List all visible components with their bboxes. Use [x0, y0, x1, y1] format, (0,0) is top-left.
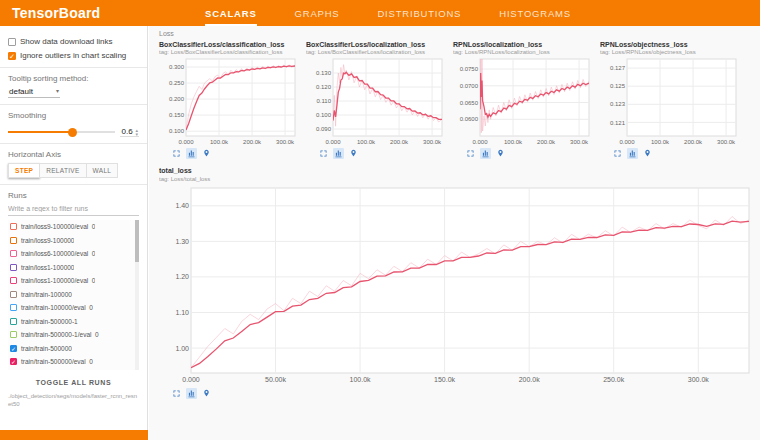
checkbox-checked-icon[interactable] — [8, 52, 16, 60]
settings-sidebar: Show data download links Ignore outliers… — [0, 26, 148, 430]
ignore-outliers-checkbox[interactable]: Ignore outliers in chart scaling — [8, 51, 139, 61]
run-row[interactable]: ✓ train/train-500000/eval_0 — [8, 355, 133, 369]
runs-scrollbar[interactable] — [135, 220, 139, 370]
svg-text:1.40: 1.40 — [175, 202, 189, 209]
pin-icon[interactable] — [348, 148, 359, 159]
run-row[interactable]: train/train-500000-1 — [8, 315, 133, 329]
run-checkbox[interactable] — [10, 304, 17, 311]
run-row[interactable]: ✓ train/train-500000 — [8, 342, 133, 356]
scalar-line-chart: 0.1000.1500.2000.2500.3000.000100.0k200.… — [159, 56, 298, 146]
run-label: train/train-500000/eval_0 — [21, 358, 93, 365]
run-label: train/train-500000-1 — [21, 318, 78, 325]
axis-step-button[interactable]: STEP — [8, 163, 40, 178]
runs-scrollbar-thumb[interactable] — [135, 220, 139, 262]
run-label: train/train-500000 — [21, 345, 72, 352]
checkbox-unchecked-icon[interactable] — [8, 38, 16, 46]
tab-distributions[interactable]: DISTRIBUTIONS — [377, 0, 461, 26]
tooltip-sorting-dropdown[interactable]: default ▾ — [8, 86, 60, 98]
smoothing-value-input[interactable]: 0.6 ▴▾ — [120, 127, 139, 137]
chart-title: BoxClassifierLoss/classification_loss — [159, 41, 298, 49]
chart-card-box-classifier-classification-loss: BoxClassifierLoss/classification_loss ta… — [159, 41, 298, 159]
run-checkbox[interactable] — [10, 237, 17, 244]
smoothing-slider-handle[interactable] — [68, 128, 77, 137]
toggle-all-runs-button[interactable]: TOGGLE ALL RUNS — [8, 375, 139, 390]
chart-card-rpn-localization-loss: RPNLoss/localization_loss tag: Loss/RPNL… — [453, 41, 592, 159]
smoothing-value: 0.6 — [121, 127, 135, 136]
run-row[interactable]: train/loss6-100000/eval_0 — [8, 247, 133, 261]
fullscreen-icon[interactable] — [318, 148, 329, 159]
run-label: train/loss6-100000/eval_0 — [21, 250, 95, 257]
pin-icon[interactable] — [495, 148, 506, 159]
svg-text:1.30: 1.30 — [175, 238, 189, 245]
run-row[interactable]: train/train-100000/eval_0 — [8, 301, 133, 315]
svg-text:200.0k: 200.0k — [684, 139, 703, 145]
run-checkbox[interactable]: ✓ — [10, 345, 17, 352]
view-data-icon[interactable] — [333, 148, 344, 159]
small-charts-row: BoxClassifierLoss/classification_loss ta… — [159, 41, 760, 159]
svg-text:100.0k: 100.0k — [651, 139, 670, 145]
svg-text:0.100: 0.100 — [316, 112, 332, 118]
pin-icon[interactable] — [201, 388, 212, 399]
scalar-line-chart: 0.0900.1000.1100.1200.1300.000100.0k200.… — [306, 56, 445, 146]
scalar-line-chart: 0.06000.06500.07000.07500.000100.0k200.0… — [453, 56, 592, 146]
run-checkbox[interactable] — [10, 264, 17, 271]
tab-scalars[interactable]: SCALARS — [205, 0, 257, 26]
run-row[interactable]: train/loss1-100000 — [8, 261, 133, 275]
run-row[interactable]: train/loss9-100000/eval_0 — [8, 220, 133, 234]
horizontal-axis-label: Horizontal Axis — [8, 150, 139, 159]
pin-icon[interactable] — [201, 148, 212, 159]
svg-text:0.0750: 0.0750 — [460, 66, 479, 72]
svg-text:0.130: 0.130 — [316, 70, 332, 76]
chart-toolbar — [159, 148, 298, 159]
svg-text:0.120: 0.120 — [316, 84, 332, 90]
ignore-outliers-label: Ignore outliers in chart scaling — [20, 51, 126, 61]
fullscreen-icon[interactable] — [465, 148, 476, 159]
divider — [0, 67, 147, 68]
run-checkbox[interactable] — [10, 277, 17, 284]
run-row[interactable]: train/loss9-100000 — [8, 234, 133, 248]
chart-toolbar — [453, 148, 592, 159]
run-checkbox[interactable] — [10, 331, 17, 338]
fullscreen-icon[interactable] — [171, 388, 182, 399]
chart-tag: tag: Loss/BoxClassifierLoss/localization… — [306, 49, 445, 55]
smoothing-slider[interactable] — [8, 131, 115, 133]
run-row[interactable]: train/train-500000-1/eval_0 — [8, 328, 133, 342]
run-checkbox[interactable] — [10, 318, 17, 325]
tab-histograms[interactable]: HISTOGRAMS — [499, 0, 571, 26]
tab-graphs[interactable]: GRAPHS — [295, 0, 340, 26]
svg-text:300.0k: 300.0k — [717, 139, 736, 145]
view-data-icon[interactable] — [480, 148, 491, 159]
stepper-arrows-icon[interactable]: ▴▾ — [135, 128, 138, 136]
svg-text:200.0k: 200.0k — [537, 139, 556, 145]
svg-text:200.0k: 200.0k — [519, 376, 541, 383]
fullscreen-icon[interactable] — [171, 148, 182, 159]
runs-label: Runs — [8, 191, 139, 200]
run-row[interactable]: train/loss1-100000/eval_0 — [8, 274, 133, 288]
svg-text:0.121: 0.121 — [610, 120, 626, 126]
svg-text:100.0k: 100.0k — [210, 139, 229, 145]
run-checkbox[interactable] — [10, 291, 17, 298]
svg-text:200.0k: 200.0k — [243, 139, 262, 145]
view-data-icon[interactable] — [186, 388, 197, 399]
run-label: train/loss9-100000 — [21, 237, 74, 244]
run-label: train/train-500000-1/eval_0 — [21, 331, 99, 338]
run-label: train/loss1-100000/eval_0 — [21, 277, 95, 284]
fullscreen-icon[interactable] — [612, 148, 623, 159]
svg-text:0.150: 0.150 — [169, 113, 185, 119]
nav-tabs: SCALARS GRAPHS DISTRIBUTIONS HISTOGRAMS — [205, 0, 571, 26]
run-checkbox[interactable] — [10, 223, 17, 230]
tooltip-sorting-value: default — [9, 87, 33, 96]
divider — [0, 143, 147, 144]
axis-wall-button[interactable]: WALL — [87, 163, 119, 178]
svg-text:1.10: 1.10 — [175, 309, 189, 316]
run-checkbox[interactable] — [10, 250, 17, 257]
pin-icon[interactable] — [642, 148, 653, 159]
axis-relative-button[interactable]: RELATIVE — [40, 163, 86, 178]
show-download-links-checkbox[interactable]: Show data download links — [8, 37, 139, 47]
view-data-icon[interactable] — [627, 148, 638, 159]
run-checkbox[interactable]: ✓ — [10, 358, 17, 365]
view-data-icon[interactable] — [186, 148, 197, 159]
chart-toolbar — [159, 388, 760, 399]
runs-filter-input[interactable] — [8, 202, 139, 216]
run-row[interactable]: train/train-100000 — [8, 288, 133, 302]
